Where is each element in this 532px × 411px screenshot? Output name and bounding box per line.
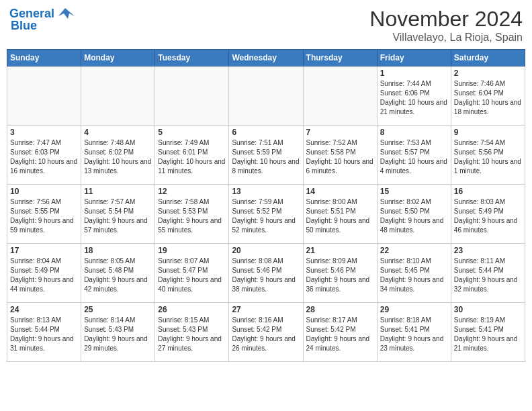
day-cell: 26Sunrise: 8:15 AM Sunset: 5:43 PM Dayli… [155,303,229,362]
logo-blue-text: Blue [11,19,37,33]
day-info: Sunrise: 7:56 AM Sunset: 5:55 PM Dayligh… [10,197,78,235]
week-row-5: 24Sunrise: 8:13 AM Sunset: 5:44 PM Dayli… [7,303,525,362]
day-cell [81,66,155,126]
day-cell: 8Sunrise: 7:53 AM Sunset: 5:57 PM Daylig… [377,126,451,185]
day-info: Sunrise: 8:08 AM Sunset: 5:46 PM Dayligh… [232,257,300,294]
day-number: 12 [158,187,226,196]
day-info: Sunrise: 8:05 AM Sunset: 5:48 PM Dayligh… [84,257,152,294]
day-cell: 4Sunrise: 7:48 AM Sunset: 6:02 PM Daylig… [81,126,155,185]
day-number: 16 [454,187,522,196]
day-cell: 21Sunrise: 8:09 AM Sunset: 5:46 PM Dayli… [303,244,377,303]
day-cell: 10Sunrise: 7:56 AM Sunset: 5:55 PM Dayli… [7,185,81,244]
month-title: November 2024 [369,7,523,32]
day-number: 25 [84,305,152,314]
day-cell: 7Sunrise: 7:52 AM Sunset: 5:58 PM Daylig… [303,126,377,185]
day-cell: 14Sunrise: 8:00 AM Sunset: 5:51 PM Dayli… [303,185,377,244]
day-cell: 22Sunrise: 8:10 AM Sunset: 5:45 PM Dayli… [377,244,451,303]
day-number: 24 [10,305,78,314]
day-info: Sunrise: 8:04 AM Sunset: 5:49 PM Dayligh… [10,257,78,294]
day-number: 10 [10,187,78,196]
day-number: 8 [380,128,448,137]
day-info: Sunrise: 8:10 AM Sunset: 5:45 PM Dayligh… [380,257,448,294]
day-cell: 13Sunrise: 7:59 AM Sunset: 5:52 PM Dayli… [229,185,303,244]
day-cell: 24Sunrise: 8:13 AM Sunset: 5:44 PM Dayli… [7,303,81,362]
day-number: 15 [380,187,448,196]
day-info: Sunrise: 8:07 AM Sunset: 5:47 PM Dayligh… [158,257,226,294]
day-number: 29 [380,305,448,314]
day-cell [155,66,229,126]
day-number: 28 [306,305,374,314]
day-info: Sunrise: 8:13 AM Sunset: 5:44 PM Dayligh… [10,316,78,353]
day-info: Sunrise: 8:19 AM Sunset: 5:41 PM Dayligh… [454,316,522,353]
day-info: Sunrise: 7:58 AM Sunset: 5:53 PM Dayligh… [158,197,226,235]
day-cell: 29Sunrise: 8:18 AM Sunset: 5:41 PM Dayli… [377,303,451,362]
day-cell [7,66,81,126]
day-info: Sunrise: 7:48 AM Sunset: 6:02 PM Dayligh… [84,138,152,176]
day-info: Sunrise: 8:17 AM Sunset: 5:42 PM Dayligh… [306,316,374,353]
day-number: 23 [454,246,522,255]
weekday-header-friday: Friday [377,50,451,66]
weekday-header-saturday: Saturday [451,50,525,66]
day-number: 30 [454,305,522,314]
day-info: Sunrise: 8:14 AM Sunset: 5:43 PM Dayligh… [84,316,152,353]
day-number: 26 [158,305,226,314]
day-info: Sunrise: 7:54 AM Sunset: 5:56 PM Dayligh… [454,138,522,176]
day-info: Sunrise: 7:59 AM Sunset: 5:52 PM Dayligh… [232,197,300,235]
day-number: 1 [380,68,448,78]
svg-marker-0 [58,8,75,19]
day-cell: 1Sunrise: 7:44 AM Sunset: 6:06 PM Daylig… [377,66,451,126]
day-cell: 18Sunrise: 8:05 AM Sunset: 5:48 PM Dayli… [81,244,155,303]
weekday-header-monday: Monday [81,50,155,66]
day-number: 13 [232,187,300,196]
day-cell: 6Sunrise: 7:51 AM Sunset: 5:59 PM Daylig… [229,126,303,185]
weekday-header-wednesday: Wednesday [229,50,303,66]
day-number: 27 [232,305,300,314]
calendar-table: SundayMondayTuesdayWednesdayThursdayFrid… [7,49,525,362]
day-cell: 2Sunrise: 7:46 AM Sunset: 6:04 PM Daylig… [451,66,525,126]
day-info: Sunrise: 7:52 AM Sunset: 5:58 PM Dayligh… [306,138,374,176]
weekday-header-tuesday: Tuesday [155,50,229,66]
day-info: Sunrise: 8:11 AM Sunset: 5:44 PM Dayligh… [454,257,522,294]
day-cell: 30Sunrise: 8:19 AM Sunset: 5:41 PM Dayli… [451,303,525,362]
week-row-1: 1Sunrise: 7:44 AM Sunset: 6:06 PM Daylig… [7,66,525,126]
weekday-header-row: SundayMondayTuesdayWednesdayThursdayFrid… [7,50,525,66]
day-info: Sunrise: 8:16 AM Sunset: 5:42 PM Dayligh… [232,316,300,353]
day-number: 4 [84,128,152,137]
day-info: Sunrise: 8:02 AM Sunset: 5:50 PM Dayligh… [380,197,448,235]
day-number: 6 [232,128,300,137]
day-number: 18 [84,246,152,255]
day-info: Sunrise: 7:57 AM Sunset: 5:54 PM Dayligh… [84,197,152,235]
day-number: 19 [158,246,226,255]
day-number: 7 [306,128,374,137]
day-info: Sunrise: 8:00 AM Sunset: 5:51 PM Dayligh… [306,197,374,235]
day-info: Sunrise: 8:03 AM Sunset: 5:49 PM Dayligh… [454,197,522,235]
day-info: Sunrise: 7:46 AM Sunset: 6:04 PM Dayligh… [454,79,522,117]
day-info: Sunrise: 7:51 AM Sunset: 5:59 PM Dayligh… [232,138,300,176]
logo-bird-icon [56,7,75,21]
day-cell: 17Sunrise: 8:04 AM Sunset: 5:49 PM Dayli… [7,244,81,303]
day-cell: 11Sunrise: 7:57 AM Sunset: 5:54 PM Dayli… [81,185,155,244]
day-number: 3 [10,128,78,137]
day-info: Sunrise: 7:44 AM Sunset: 6:06 PM Dayligh… [380,79,448,117]
day-cell: 27Sunrise: 8:16 AM Sunset: 5:42 PM Dayli… [229,303,303,362]
title-area: November 2024 Villavelayo, La Rioja, Spa… [369,7,523,44]
week-row-3: 10Sunrise: 7:56 AM Sunset: 5:55 PM Dayli… [7,185,525,244]
day-info: Sunrise: 7:53 AM Sunset: 5:57 PM Dayligh… [380,138,448,176]
day-number: 21 [306,246,374,255]
location-subtitle: Villavelayo, La Rioja, Spain [369,32,523,44]
day-cell: 20Sunrise: 8:08 AM Sunset: 5:46 PM Dayli… [229,244,303,303]
day-number: 11 [84,187,152,196]
weekday-header-sunday: Sunday [7,50,81,66]
day-info: Sunrise: 8:15 AM Sunset: 5:43 PM Dayligh… [158,316,226,353]
logo: General Blue [9,7,75,33]
day-info: Sunrise: 8:09 AM Sunset: 5:46 PM Dayligh… [306,257,374,294]
day-number: 22 [380,246,448,255]
day-number: 20 [232,246,300,255]
day-cell: 23Sunrise: 8:11 AM Sunset: 5:44 PM Dayli… [451,244,525,303]
day-cell: 19Sunrise: 8:07 AM Sunset: 5:47 PM Dayli… [155,244,229,303]
weekday-header-thursday: Thursday [303,50,377,66]
day-cell [303,66,377,126]
day-cell: 25Sunrise: 8:14 AM Sunset: 5:43 PM Dayli… [81,303,155,362]
page-header: General Blue November 2024 Villavelayo, … [7,7,525,44]
week-row-2: 3Sunrise: 7:47 AM Sunset: 6:03 PM Daylig… [7,126,525,185]
